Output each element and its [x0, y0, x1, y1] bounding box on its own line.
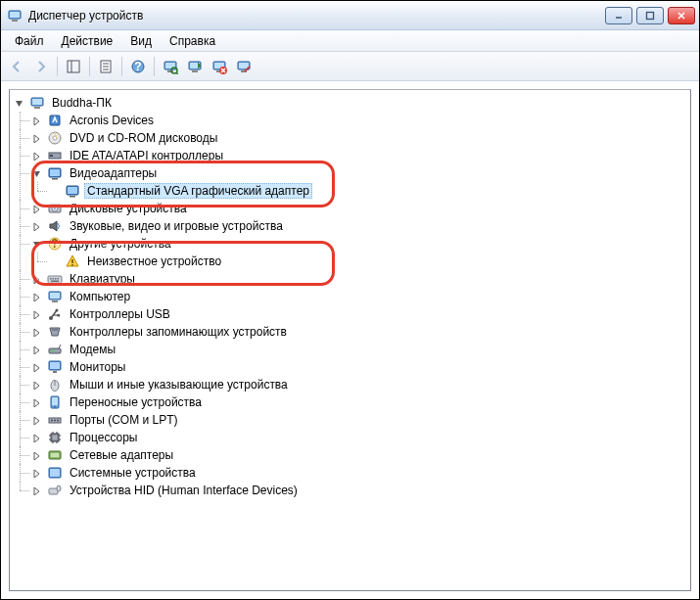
node-cpu[interactable]: Процессоры — [47, 429, 688, 446]
computer-icon — [47, 289, 63, 304]
menu-action[interactable]: Действие — [54, 32, 121, 50]
node-storage[interactable]: Контроллеры запоминающих устройств — [47, 323, 688, 341]
mouse-icon — [47, 377, 63, 392]
svg-text:?: ? — [134, 60, 141, 73]
scan-hardware-button[interactable] — [159, 55, 182, 78]
properties-button[interactable] — [94, 55, 117, 78]
node-modem[interactable]: Модемы — [47, 341, 688, 358]
node-disk[interactable]: Дисковые устройства — [47, 200, 688, 217]
node-vga-adapter[interactable]: Стандартный VGA графический адаптер — [65, 182, 688, 200]
tree-toggle[interactable] — [31, 168, 41, 178]
tree-toggle[interactable] — [31, 380, 41, 390]
node-other-devices[interactable]: Другие устройства — [47, 235, 688, 253]
toolbar-separator — [121, 57, 122, 76]
usb-icon — [47, 306, 63, 322]
node-portable[interactable]: Переносные устройства — [47, 393, 688, 411]
help-button[interactable]: ? — [126, 55, 150, 78]
tree-toggle[interactable] — [31, 133, 41, 143]
toolbar-separator — [154, 57, 155, 76]
nav-back-button — [5, 55, 28, 78]
menu-file[interactable]: Файл — [7, 32, 52, 50]
show-hide-tree-button[interactable] — [62, 55, 85, 78]
tree-toggle[interactable] — [31, 415, 41, 425]
hid-icon — [47, 483, 63, 498]
tree-toggle[interactable] — [31, 204, 41, 213]
tree-scroll-area[interactable]: Buddha-ПК Acronis Devices DVD и CD-ROM д… — [9, 89, 691, 591]
node-usb[interactable]: Контроллеры USB — [47, 305, 688, 323]
node-computer[interactable]: Компьютер — [47, 288, 688, 305]
svg-rect-60 — [68, 61, 79, 72]
computer-icon — [29, 95, 45, 111]
display-icon — [65, 183, 80, 199]
node-hid[interactable]: Устройства HID (Human Interface Devices) — [47, 482, 688, 499]
device-manager-window: Диспетчер устройств Файл Действие Вид Сп… — [0, 0, 700, 600]
portable-icon — [47, 394, 63, 410]
menu-help[interactable]: Справка — [162, 32, 223, 50]
tree-toggle[interactable] — [31, 362, 41, 372]
node-system[interactable]: Системные устройства — [47, 464, 688, 482]
modem-icon — [47, 342, 63, 357]
maximize-button[interactable] — [636, 7, 664, 24]
sound-icon — [47, 218, 63, 234]
port-icon — [47, 412, 63, 428]
tree-toggle[interactable] — [31, 292, 41, 301]
tree-toggle[interactable] — [31, 151, 41, 161]
menubar: Файл Действие Вид Справка — [1, 30, 699, 52]
node-ports[interactable]: Порты (COM и LPT) — [47, 411, 688, 429]
node-dvd[interactable]: DVD и CD-ROM дисководы — [47, 129, 688, 147]
tree-toggle[interactable] — [31, 450, 41, 460]
acronis-icon — [47, 113, 63, 128]
network-icon — [47, 447, 63, 463]
tree-root-computer[interactable]: Buddha-ПК — [29, 94, 688, 112]
node-unknown-device[interactable]: Неизвестное устройство — [65, 253, 688, 270]
disable-button[interactable] — [232, 55, 256, 78]
node-mouse[interactable]: Мыши и иные указывающие устройства — [47, 376, 688, 393]
nav-forward-button — [29, 55, 53, 78]
tree-toggle[interactable] — [31, 115, 41, 125]
menu-view[interactable]: Вид — [122, 32, 160, 50]
window-title: Диспетчер устройств — [28, 9, 605, 23]
node-keyboards[interactable]: Клавиатуры — [47, 270, 688, 288]
tree-toggle[interactable] — [31, 239, 41, 249]
titlebar: Диспетчер устройств — [1, 1, 699, 30]
display-icon — [47, 165, 63, 181]
uninstall-button[interactable] — [208, 55, 231, 78]
hdd-icon — [47, 201, 63, 216]
tree-toggle[interactable] — [31, 327, 41, 337]
disc-icon — [47, 130, 63, 146]
node-sound[interactable]: Звуковые, видео и игровые устройства — [47, 217, 688, 235]
close-button[interactable] — [668, 7, 695, 24]
keyboard-icon — [47, 271, 63, 287]
toolbar: ? — [1, 52, 699, 81]
cpu-icon — [47, 430, 63, 445]
svg-rect-59 — [647, 12, 654, 19]
node-network[interactable]: Сетевые адаптеры — [47, 446, 688, 464]
tree-toggle[interactable] — [31, 397, 41, 407]
ide-icon — [47, 148, 63, 163]
tree-toggle[interactable] — [31, 485, 41, 495]
storage-icon — [47, 324, 63, 340]
tree-toggle[interactable] — [31, 433, 41, 442]
tree-toggle[interactable] — [31, 468, 41, 478]
system-icon — [47, 465, 63, 481]
toolbar-separator — [89, 57, 90, 76]
update-driver-button[interactable] — [183, 55, 207, 78]
tree-toggle[interactable] — [31, 221, 41, 231]
tree-toggle[interactable] — [31, 345, 41, 354]
monitor-icon — [47, 359, 63, 375]
svg-line-69 — [176, 72, 178, 74]
node-acronis[interactable]: Acronis Devices — [47, 112, 688, 129]
tree-toggle[interactable] — [14, 98, 23, 108]
question-icon — [47, 236, 63, 252]
node-monitors[interactable]: Мониторы — [47, 358, 688, 376]
tree-panel: Buddha-ПК Acronis Devices DVD и CD-ROM д… — [1, 81, 699, 599]
app-icon — [7, 8, 23, 23]
warning-icon — [65, 254, 80, 269]
tree-toggle[interactable] — [31, 309, 41, 319]
tree-toggle[interactable] — [31, 274, 41, 284]
node-video-adapters[interactable]: Видеоадаптеры — [47, 164, 688, 182]
node-ide[interactable]: IDE ATA/ATAPI контроллеры — [47, 147, 688, 164]
toolbar-separator — [57, 57, 58, 76]
minimize-button[interactable] — [605, 7, 632, 24]
